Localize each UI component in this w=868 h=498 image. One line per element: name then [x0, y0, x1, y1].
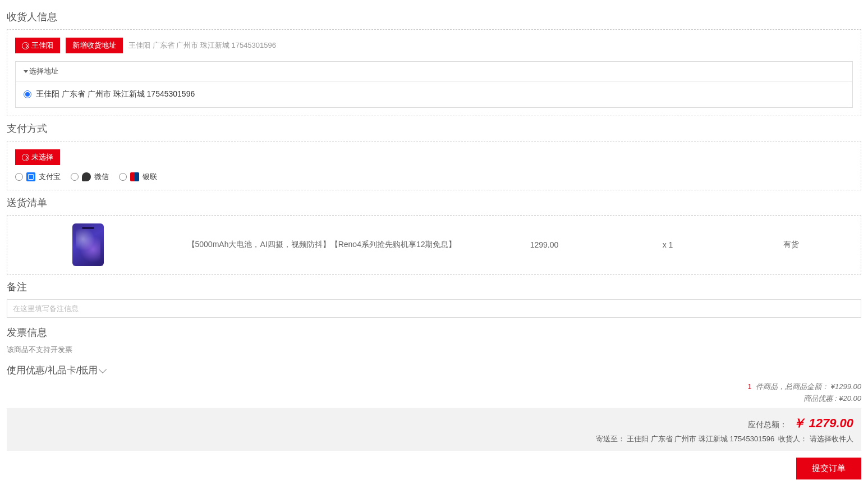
product-price: 1299.00	[483, 240, 606, 249]
subtotal-value: ¥1299.00	[831, 382, 861, 391]
recipient-title: 收货人信息	[7, 10, 861, 24]
product-desc: 【5000mAh大电池，AI四摄，视频防抖】【Reno4系列抢先购机享12期免息…	[161, 240, 483, 250]
wechat-icon	[82, 172, 91, 181]
chevron-down-icon	[99, 365, 107, 373]
invoice-note: 该商品不支持开发票	[7, 345, 861, 355]
union-label: 银联	[143, 172, 157, 182]
discount-value: ¥20.00	[839, 394, 861, 403]
check-circle-icon	[22, 42, 29, 49]
alipay-icon	[26, 172, 35, 181]
payable-amount: ￥ 1279.00	[793, 416, 853, 430]
payment-option-union[interactable]: 银联	[119, 172, 157, 182]
address-selector-header[interactable]: 选择地址	[16, 62, 852, 81]
item-count: 1	[747, 382, 751, 391]
product-stock: 有货	[729, 240, 853, 250]
select-address-label: 选择地址	[29, 66, 58, 76]
payable-label: 应付总额：	[748, 420, 787, 429]
product-qty: x 1	[606, 240, 729, 249]
union-radio[interactable]	[119, 173, 127, 181]
shipment-panel: 【5000mAh大电池，AI四摄，视频防抖】【Reno4系列抢先购机享12期免息…	[7, 215, 861, 275]
selected-recipient-badge[interactable]: 王佳阳	[15, 38, 60, 53]
footer-bar: 应付总额： ￥ 1279.00 寄送至： 王佳阳 广东省 广州市 珠江新城 17…	[7, 408, 861, 451]
address-radio[interactable]	[24, 90, 31, 98]
check-circle-icon	[22, 154, 29, 161]
recipient-panel: 王佳阳 新增收货地址 王佳阳 广东省 广州市 珠江新城 17545301596 …	[7, 29, 861, 116]
coupon-label: 使用优惠/礼品卡/抵用	[7, 364, 98, 377]
receiver-label: 收货人：	[778, 435, 807, 443]
coupon-toggle[interactable]: 使用优惠/礼品卡/抵用	[7, 364, 861, 377]
totals: 1 件商品，总商品金额： ¥1299.00 商品优惠 : ¥20.00	[7, 381, 861, 405]
shipment-title: 送货清单	[7, 196, 861, 209]
ship-to-value: 王佳阳 广东省 广州市 珠江新城 17545301596	[627, 435, 774, 443]
remark-title: 备注	[7, 280, 861, 294]
order-row: 【5000mAh大电池，AI四摄，视频防抖】【Reno4系列抢先购机享12期免息…	[15, 223, 853, 266]
wechat-label: 微信	[94, 172, 109, 182]
ship-to-label: 寄送至：	[596, 435, 625, 443]
payment-title: 支付方式	[7, 122, 861, 135]
alipay-radio[interactable]	[15, 173, 23, 181]
caret-down-icon	[24, 70, 28, 73]
address-selector: 选择地址 王佳阳 广东省 广州市 珠江新城 17545301596	[15, 61, 853, 108]
payment-option-wechat[interactable]: 微信	[71, 172, 109, 182]
item-count-suffix: 件商品，总商品金额：	[754, 382, 829, 391]
invoice-title: 发票信息	[7, 326, 861, 339]
wechat-radio[interactable]	[71, 173, 79, 181]
unionpay-icon	[130, 172, 139, 181]
payment-none-badge[interactable]: 未选择	[15, 149, 60, 165]
receiver-value: 请选择收件人	[810, 435, 853, 443]
payment-option-alipay[interactable]: 支付宝	[15, 172, 61, 182]
remark-input[interactable]	[7, 299, 861, 318]
address-option-text: 王佳阳 广东省 广州市 珠江新城 17545301596	[36, 89, 195, 99]
add-address-button[interactable]: 新增收货地址	[66, 38, 123, 53]
selected-recipient-label: 王佳阳	[31, 40, 53, 51]
recipient-summary: 王佳阳 广东省 广州市 珠江新城 17545301596	[128, 40, 276, 51]
product-image	[72, 223, 104, 266]
alipay-label: 支付宝	[39, 172, 61, 182]
submit-order-button[interactable]: 提交订单	[796, 458, 861, 479]
payment-panel: 未选择 支付宝 微信 银联	[7, 141, 861, 190]
payment-none-label: 未选择	[31, 152, 53, 162]
discount-label: 商品优惠 :	[803, 394, 837, 403]
